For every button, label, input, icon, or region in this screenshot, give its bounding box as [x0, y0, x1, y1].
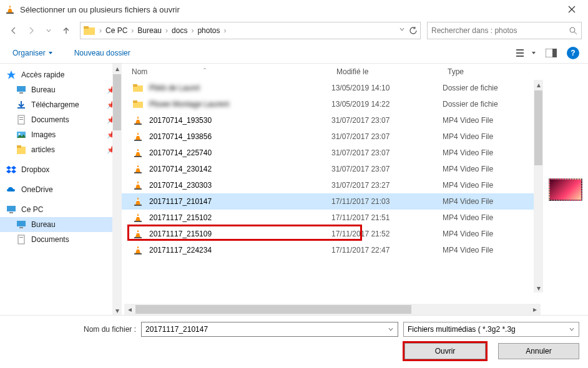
preview-toggle-button[interactable]	[541, 46, 562, 61]
onedrive-icon	[6, 185, 16, 195]
chevron-right-icon: ›	[98, 26, 103, 35]
filename-combobox[interactable]	[141, 322, 398, 337]
file-modified: 17/11/2017 21:51	[331, 213, 443, 222]
scroll-up-icon[interactable]: ▴	[112, 64, 122, 73]
folder-icon	[83, 24, 96, 37]
search-box[interactable]	[427, 22, 582, 39]
svg-rect-35	[133, 100, 137, 103]
open-button[interactable]: Ouvrir	[404, 343, 486, 359]
folder-icon	[133, 99, 143, 109]
svg-rect-46	[137, 167, 140, 168]
svg-rect-30	[18, 235, 24, 244]
filename-input[interactable]	[145, 325, 388, 334]
column-type[interactable]: Type	[443, 67, 543, 76]
scroll-left-icon[interactable]: ◂	[124, 304, 135, 315]
vlc-file-icon	[133, 148, 143, 158]
file-row[interactable]: 20170714_19385631/07/2017 23:07MP4 Video…	[122, 128, 543, 145]
cancel-button[interactable]: Annuler	[498, 343, 579, 359]
column-modified[interactable]: Modifié le	[331, 67, 443, 76]
search-input[interactable]	[431, 26, 556, 35]
breadcrumb-item[interactable]: Ce PC	[103, 26, 130, 35]
item-icon	[16, 100, 26, 110]
file-name: 20170714_230303	[149, 181, 212, 190]
new-folder-button[interactable]: Nouveau dossier	[71, 46, 134, 60]
sidebar-onedrive[interactable]: OneDrive	[0, 182, 122, 197]
refresh-icon[interactable]	[409, 26, 418, 35]
file-name: 20170714_193530	[149, 116, 212, 125]
scroll-down-icon[interactable]: ▾	[112, 306, 122, 315]
back-button[interactable]	[6, 23, 21, 38]
dropdown-icon[interactable]	[388, 326, 394, 332]
sidebar-scrollbar[interactable]: ▴ ▾	[112, 64, 122, 315]
file-row[interactable]: 20170714_19353031/07/2017 23:07MP4 Video…	[122, 112, 543, 128]
scroll-right-icon[interactable]: ▸	[529, 304, 541, 315]
file-row[interactable]: 20170714_23014231/07/2017 23:07MP4 Video…	[122, 161, 543, 177]
close-button[interactable]	[561, 0, 583, 19]
sidebar-this-pc[interactable]: Ce PC	[0, 202, 122, 217]
preview-thumbnail	[549, 178, 582, 201]
file-modified: 17/11/2017 21:03	[331, 197, 443, 206]
help-icon[interactable]: ?	[567, 47, 579, 59]
sidebar-item[interactable]: Bureau	[0, 217, 122, 232]
dropdown-icon[interactable]	[569, 326, 575, 332]
file-row[interactable]: Pbsee Montage Laurent13/05/2019 14:22Dos…	[122, 96, 543, 112]
up-button[interactable]	[59, 23, 74, 38]
chevron-right-icon: ›	[222, 26, 227, 35]
file-row[interactable]: 20171117_21510217/11/2017 21:51MP4 Video…	[122, 210, 543, 226]
svg-rect-4	[84, 26, 89, 29]
sidebar-item[interactable]: Bureau📌	[0, 82, 122, 97]
file-row[interactable]: 20171117_22423417/11/2017 22:47MP4 Video…	[122, 242, 543, 258]
toolbar: Organiser Nouveau dossier ?	[0, 42, 588, 64]
footer: Nom du fichier : Fichiers multimédias ( …	[0, 315, 588, 368]
sidebar-item[interactable]: Images📌	[0, 127, 122, 142]
svg-rect-33	[133, 84, 137, 87]
file-row[interactable]: 20170714_23030331/07/2017 23:27MP4 Video…	[122, 177, 543, 193]
sidebar-item[interactable]: Documents📌	[0, 112, 122, 127]
file-modified: 13/05/2019 14:22	[331, 100, 443, 109]
forward-button[interactable]	[24, 23, 39, 38]
scroll-thumb[interactable]	[534, 90, 542, 165]
svg-rect-7	[516, 52, 524, 54]
scroll-up-icon[interactable]: ▴	[534, 80, 543, 89]
address-bar[interactable]: › Ce PC›Bureau›docs›photos›	[80, 22, 421, 39]
svg-rect-55	[137, 216, 140, 217]
column-name[interactable]: Nomˆ	[127, 67, 331, 76]
vlc-file-icon	[133, 132, 143, 142]
vlc-app-icon	[5, 4, 15, 14]
recent-dropdown-icon[interactable]	[41, 23, 56, 38]
sidebar-item[interactable]: articles📌	[0, 142, 122, 157]
organize-button[interactable]: Organiser	[9, 46, 57, 60]
file-name: 20171117_215109	[149, 230, 212, 238]
scroll-down-icon[interactable]: ▾	[534, 283, 543, 293]
breadcrumb-item[interactable]: Bureau	[135, 26, 164, 35]
sidebar-dropbox[interactable]: Dropbox	[0, 162, 122, 177]
view-options-button[interactable]	[516, 46, 537, 61]
list-hscrollbar[interactable]: ◂ ▸	[124, 304, 541, 315]
svg-rect-58	[137, 232, 140, 233]
sidebar-quick-access[interactable]: Accès rapide	[0, 67, 122, 82]
sidebar-item[interactable]: Téléchargeme📌	[0, 97, 122, 112]
address-dropdown-icon[interactable]	[399, 26, 405, 35]
breadcrumb-item[interactable]: docs	[169, 26, 190, 35]
svg-marker-25	[11, 170, 16, 173]
svg-rect-1	[8, 7, 12, 9]
file-type: Dossier de fichie	[443, 84, 543, 92]
scroll-thumb[interactable]	[135, 305, 411, 314]
folder-icon	[133, 83, 143, 93]
list-vscrollbar[interactable]: ▴ ▾	[534, 80, 543, 293]
file-name: 20171117_215102	[149, 213, 212, 222]
breadcrumb-item[interactable]: photos	[195, 26, 222, 35]
file-row[interactable]: 20170714_22574031/07/2017 23:07MP4 Video…	[122, 145, 543, 161]
search-icon[interactable]	[569, 26, 577, 35]
file-type: MP4 Video File	[443, 165, 543, 173]
file-modified: 31/07/2017 23:07	[331, 116, 443, 125]
sidebar-item[interactable]: Documents	[0, 232, 122, 247]
file-row[interactable]: Pbkb de Launrt13/05/2019 14:10Dossier de…	[122, 80, 543, 96]
file-row[interactable]: 20171117_21014717/11/2017 21:03MP4 Video…	[122, 193, 543, 210]
filetype-filter[interactable]: Fichiers multimédias ( *.3g2 *.3g	[403, 322, 579, 337]
svg-rect-53	[134, 205, 142, 206]
scroll-thumb[interactable]	[113, 74, 121, 130]
dropbox-icon	[6, 165, 16, 175]
file-row[interactable]: 20171117_21510917/11/2017 21:52MP4 Video…	[122, 226, 543, 242]
title-bar: Sélectionner un ou plusieurs fichiers à …	[0, 0, 588, 19]
